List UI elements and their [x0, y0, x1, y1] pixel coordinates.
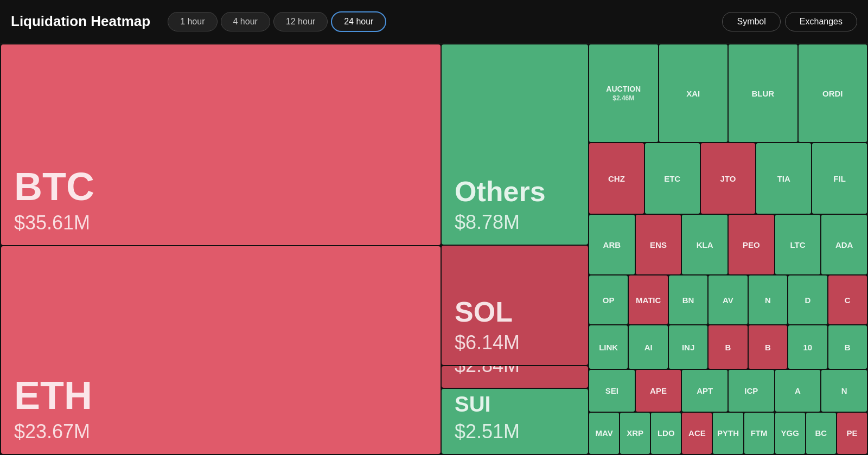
b-tile-1: B [709, 325, 747, 369]
a-label: A [795, 386, 801, 395]
tia-tile: TIA [756, 143, 811, 214]
btc-value: $35.61M [14, 212, 427, 234]
icp-tile: ICP [729, 370, 774, 412]
tile-grid: AUCTION $2.46M XAI BLUR ORDI CHZ ETC JTO [589, 44, 867, 454]
sol-value: $6.14M [455, 331, 575, 354]
arb-tile: ARB [589, 215, 635, 274]
apt-label: APT [697, 386, 713, 395]
eth-value: $23.67M [14, 420, 427, 443]
ens-tile: ENS [636, 215, 681, 274]
left-column: BTC $35.61M ETH $23.67M [1, 44, 441, 454]
link-tile: LINK [589, 325, 628, 369]
ada-label: ADA [835, 240, 853, 249]
trb-cell: TRB $2.84M [442, 366, 588, 388]
etc-tile: ETC [645, 143, 700, 214]
time-4h-button[interactable]: 4 hour [221, 12, 270, 31]
inj-label: INJ [682, 343, 694, 352]
blur-label: BLUR [751, 89, 774, 98]
apt-tile: APT [682, 370, 727, 412]
pyth-tile: PYTH [713, 413, 743, 454]
sol-symbol: SOL [455, 298, 575, 326]
exchanges-button[interactable]: Exchanges [785, 12, 857, 31]
n-tile-4: N [749, 275, 787, 324]
ordi-label: ORDI [822, 89, 843, 98]
n-tile-6: N [821, 370, 867, 412]
ai-label: AI [644, 343, 653, 352]
peo-label: PEO [743, 240, 760, 249]
n-label-6: N [841, 386, 847, 395]
trb-value: $2.84M [455, 366, 575, 377]
sei-tile: SEI [589, 370, 635, 412]
tile-row-1: AUCTION $2.46M XAI BLUR ORDI [589, 44, 867, 142]
av-tile: AV [709, 275, 747, 324]
matic-label: MATIC [636, 296, 661, 305]
arb-label: ARB [603, 240, 621, 249]
time-button-group: 1 hour 4 hour 12 hour 24 hour [168, 11, 386, 32]
fil-label: FIL [833, 174, 846, 183]
tile-row-3: ARB ENS KLA PEO LTC ADA [589, 215, 867, 274]
mav-label: MAV [595, 428, 612, 438]
tile-row-2: CHZ ETC JTO TIA FIL [589, 143, 867, 214]
time-12h-button[interactable]: 12 hour [273, 12, 328, 31]
ace-tile: ACE [682, 413, 712, 454]
others-value: $8.78M [455, 211, 575, 234]
sol-cell: SOL $6.14M [442, 246, 588, 365]
jto-tile: JTO [701, 143, 756, 214]
ftm-tile: FTM [744, 413, 774, 454]
ldo-tile: LDO [651, 413, 681, 454]
pyth-label: PYTH [717, 428, 739, 438]
sui-symbol: SUI [455, 393, 575, 415]
ada-tile: ADA [821, 215, 867, 274]
ltc-label: LTC [790, 240, 806, 249]
bn-tile: BN [669, 275, 707, 324]
sui-value: $2.51M [455, 420, 575, 443]
xrp-tile: XRP [620, 413, 650, 454]
op-tile: OP [589, 275, 628, 324]
xrp-label: XRP [627, 428, 643, 438]
peo-tile: PEO [729, 215, 774, 274]
tile-row-7: MAV XRP LDO ACE PYTH FTM YGG BC [589, 413, 867, 454]
bc-label: BC [815, 428, 827, 438]
btc-cell: BTC $35.61M [1, 44, 441, 245]
bc-tile: BC [806, 413, 836, 454]
etc-label: ETC [664, 174, 680, 183]
pe-tile: PE [837, 413, 867, 454]
n-label-4: N [765, 296, 771, 305]
ltc-tile: LTC [775, 215, 821, 274]
av-label: AV [723, 296, 733, 305]
header: Liquidation Heatmap 1 hour 4 hour 12 hou… [0, 0, 868, 43]
d-tile: D [788, 275, 827, 324]
tia-label: TIA [777, 174, 790, 183]
kla-tile: KLA [682, 215, 727, 274]
eth-symbol: ETH [14, 376, 427, 415]
ens-label: ENS [650, 240, 667, 249]
b-label-1: B [725, 343, 731, 352]
fil-tile: FIL [812, 143, 867, 214]
mid-column: Others $8.78M SOL $6.14M TRB $2.84M SUI … [442, 44, 588, 454]
time-24h-button[interactable]: 24 hour [331, 11, 386, 32]
tile-row-6: SEI APE APT ICP A N [589, 370, 867, 412]
ten-label: 10 [803, 343, 812, 352]
chz-label: CHZ [608, 174, 625, 183]
app-title: Liquidation Heatmap [11, 13, 150, 30]
b-label-3: B [845, 343, 851, 352]
ape-label: APE [650, 386, 667, 395]
a-tile: A [775, 370, 821, 412]
ai-tile: AI [629, 325, 667, 369]
right-button-group: Symbol Exchanges [722, 12, 857, 31]
c-tile: C [828, 275, 867, 324]
treemap: BTC $35.61M ETH $23.67M Others $8.78M SO… [0, 43, 868, 455]
icp-label: ICP [744, 386, 758, 395]
time-1h-button[interactable]: 1 hour [168, 12, 217, 31]
ygg-label: YGG [781, 428, 799, 438]
b-label-2: B [765, 343, 771, 352]
symbol-button[interactable]: Symbol [722, 12, 780, 31]
jto-label: JTO [720, 174, 736, 183]
op-label: OP [603, 296, 615, 305]
others-symbol: Others [455, 177, 575, 206]
auction-tile: AUCTION $2.46M [589, 44, 658, 142]
btc-symbol: BTC [14, 167, 427, 206]
tile-row-4: OP MATIC BN AV N D C [589, 275, 867, 324]
sei-label: SEI [605, 386, 618, 395]
chz-tile: CHZ [589, 143, 644, 214]
